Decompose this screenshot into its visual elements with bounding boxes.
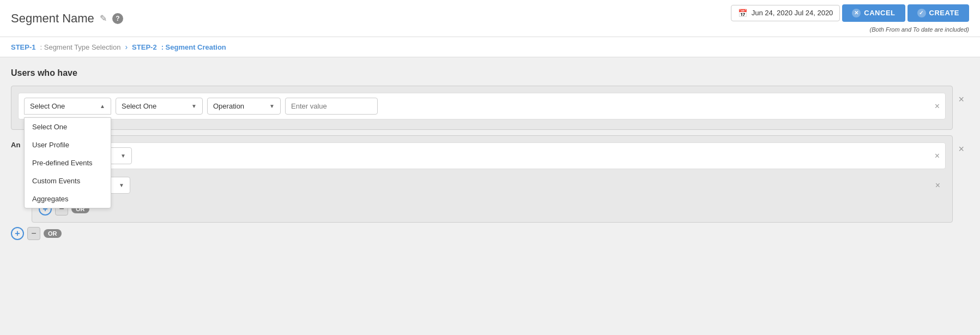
or-badge-outer: OR bbox=[44, 229, 62, 238]
dropdown-item-predefined-events[interactable]: Pre-defined Events bbox=[25, 154, 111, 172]
section-title: Users who have bbox=[11, 68, 969, 78]
segment-name: Segment Name bbox=[11, 11, 94, 26]
dropdown-arrow-inner: ▼ bbox=[119, 182, 124, 188]
chevron-icon: › bbox=[125, 43, 128, 51]
main-content: Users who have Select One ▲ Select One U… bbox=[0, 57, 980, 251]
cancel-button[interactable]: ✕ CANCEL bbox=[842, 4, 905, 22]
close-row-1-icon[interactable]: × bbox=[935, 101, 940, 111]
select-wrapper-1: Select One ▲ Select One User Profile Pre… bbox=[24, 98, 111, 115]
header-right: 📅 Jun 24, 2020 Jul 24, 2020 ✕ CANCEL ✓ C… bbox=[731, 4, 969, 33]
select-one-label-2: Select One bbox=[122, 102, 156, 110]
create-circle-icon: ✓ bbox=[917, 9, 926, 17]
select-one-label-1: Select One bbox=[30, 102, 65, 110]
plus-or-row-inner: + − OR bbox=[39, 202, 946, 216]
date-range-text: Jun 24, 2020 Jul 24, 2020 bbox=[752, 9, 833, 17]
select-one-dropdown-2[interactable]: Select One ▼ bbox=[116, 98, 203, 115]
dropdown-item-custom-events[interactable]: Custom Events bbox=[25, 172, 111, 190]
condition-row-custom-events: Custom Events ▼ × bbox=[39, 142, 946, 169]
date-range-box[interactable]: 📅 Jun 24, 2020 Jul 24, 2020 bbox=[731, 5, 840, 21]
close-inner-row-icon[interactable]: × bbox=[935, 181, 940, 190]
cancel-label: CANCEL bbox=[864, 9, 895, 17]
dropdown-menu-1: Select One User Profile Pre-defined Even… bbox=[24, 117, 111, 208]
help-icon[interactable]: ? bbox=[112, 13, 123, 24]
and-section: An Custom Events ▼ × Select One ▼ × + bbox=[11, 135, 969, 223]
plus-or-row-outer: + − OR bbox=[11, 227, 969, 240]
dropdown-item-aggregates[interactable]: Aggregates bbox=[25, 190, 111, 208]
breadcrumb: STEP-1 : Segment Type Selection › STEP-2… bbox=[0, 37, 980, 57]
dropdown-arrow-op: ▼ bbox=[269, 103, 275, 109]
create-label: CREATE bbox=[929, 9, 959, 17]
and-condition-block: Custom Events ▼ × Select One ▼ × + − OR … bbox=[32, 135, 953, 223]
close-block-1-icon[interactable]: × bbox=[958, 94, 964, 105]
dropdown-item-select-one[interactable]: Select One bbox=[25, 118, 111, 136]
header-left: Segment Name ✎ ? bbox=[11, 11, 123, 26]
dropdown-arrow-2: ▼ bbox=[191, 103, 197, 109]
dropdown-arrow-custom: ▼ bbox=[120, 153, 126, 159]
step1-label[interactable]: STEP-1 bbox=[11, 43, 36, 51]
close-row-custom-icon[interactable]: × bbox=[935, 151, 940, 161]
calendar-icon: 📅 bbox=[738, 9, 747, 17]
create-button[interactable]: ✓ CREATE bbox=[908, 4, 969, 22]
add-outer-condition-button[interactable]: + bbox=[11, 227, 24, 240]
select-one-dropdown-1[interactable]: Select One ▲ bbox=[24, 98, 111, 115]
date-note: (Both From and To date are included) bbox=[870, 26, 969, 33]
minus-outer-button[interactable]: − bbox=[27, 227, 40, 240]
value-input[interactable] bbox=[285, 98, 378, 115]
operation-dropdown[interactable]: Operation ▼ bbox=[207, 98, 281, 115]
header: Segment Name ✎ ? 📅 Jun 24, 2020 Jul 24, … bbox=[0, 0, 980, 37]
dropdown-item-user-profile[interactable]: User Profile bbox=[25, 136, 111, 154]
operation-label: Operation bbox=[213, 102, 244, 110]
condition-row-1: Select One ▲ Select One User Profile Pre… bbox=[18, 93, 946, 119]
edit-icon[interactable]: ✎ bbox=[100, 13, 107, 23]
step2-label[interactable]: STEP-2 bbox=[132, 43, 157, 51]
condition-block-1: Select One ▲ Select One User Profile Pre… bbox=[11, 86, 953, 130]
inner-select-row: Select One ▼ × bbox=[39, 172, 946, 198]
cancel-circle-icon: ✕ bbox=[852, 9, 861, 17]
step1-text: : Segment Type Selection bbox=[40, 43, 121, 51]
close-and-block-icon[interactable]: × bbox=[958, 143, 964, 155]
dropdown-arrow-1: ▲ bbox=[100, 103, 105, 109]
header-right-top: 📅 Jun 24, 2020 Jul 24, 2020 ✕ CANCEL ✓ C… bbox=[731, 4, 969, 22]
step2-text: : Segment Creation bbox=[161, 43, 226, 51]
